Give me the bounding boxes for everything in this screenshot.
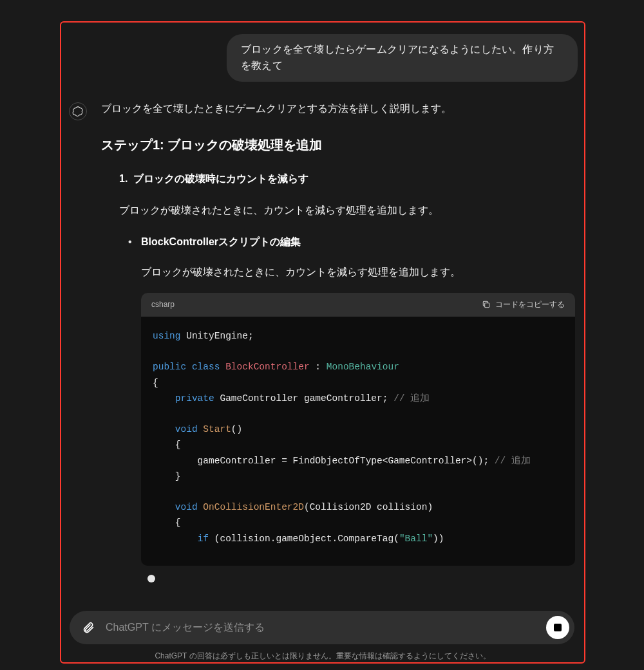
highlight-frame	[60, 21, 585, 664]
